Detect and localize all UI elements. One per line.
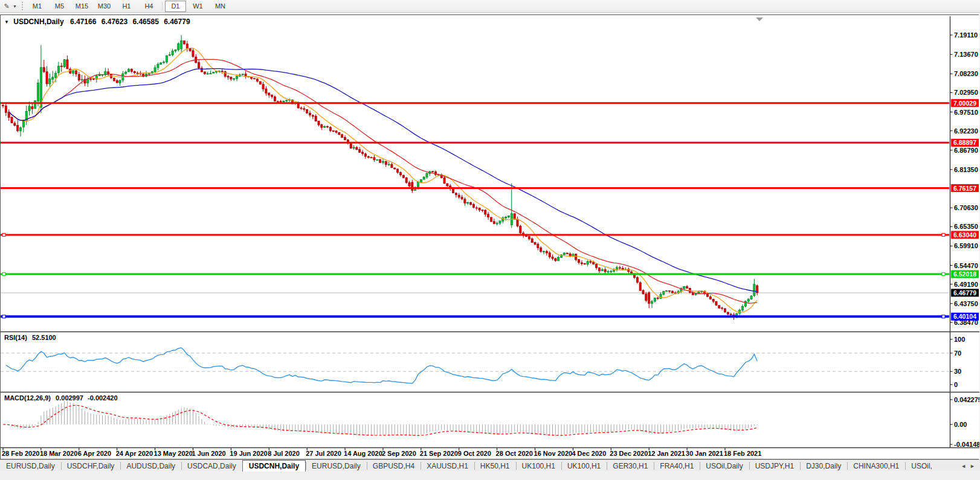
chart-tab-eurusd-daily[interactable]: EURUSD,Daily [306, 460, 367, 472]
rsi-name: RSI(14) [4, 334, 27, 341]
toolbar-grip[interactable] [22, 2, 23, 10]
chart-tab-eurusd-daily[interactable]: EURUSD,Daily [0, 460, 61, 472]
drawing-tool-icon[interactable]: ✎ [1, 1, 12, 11]
svg-text:6.76157: 6.76157 [953, 185, 976, 192]
chart-tab-usoil-daily[interactable]: USOil,Daily [700, 460, 749, 472]
chart-tab-fra40-h1[interactable]: FRA40,H1 [654, 460, 700, 472]
macd-label: MACD(12,26,9) 0.002997 -0.002420 [4, 394, 118, 402]
date-label: 27 Jul 2020 [306, 450, 341, 457]
chart-tab-uk100-h1[interactable]: UK100,H1 [516, 460, 561, 472]
svg-text:6.81350: 6.81350 [954, 166, 978, 173]
date-label: 19 Jun 2020 [230, 450, 267, 457]
macd-value-signal: -0.002420 [88, 394, 118, 402]
chart-tab-xauusd-h1[interactable]: XAUUSD,H1 [421, 460, 474, 472]
svg-text:6.88897: 6.88897 [953, 139, 976, 146]
timeframe-button-m5[interactable]: M5 [49, 1, 70, 12]
svg-text:6.59910: 6.59910 [954, 242, 978, 249]
date-label: 2 Sep 2020 [382, 450, 416, 457]
chart-window[interactable]: 7.191107.136707.082307.029506.975106.922… [0, 14, 979, 459]
timeframe-button-group: M1M5M15M30H1H4D1W1MN [26, 1, 231, 12]
chart-tab-bar: EURUSD,DailyUSDCHF,DailyAUDUSD,DailyUSDC… [0, 459, 980, 472]
macd-name: MACD(12,26,9) [4, 394, 51, 402]
date-label: 4 Dec 2020 [572, 450, 606, 457]
date-label: 23 Dec 2020 [610, 450, 648, 457]
svg-text:6.92230: 6.92230 [954, 127, 978, 135]
chart-tab-usdjpy-h1[interactable]: USDJPY,H1 [749, 460, 800, 472]
status-bar [0, 471, 980, 480]
date-label: 9 Oct 2020 [458, 450, 491, 457]
svg-text:-0.04148: -0.04148 [954, 441, 979, 448]
chart-tab-ger30-h1[interactable]: GER30,H1 [607, 460, 654, 472]
timeframe-button-h4[interactable]: H4 [138, 1, 160, 12]
timeframe-button-w1[interactable]: W1 [187, 1, 208, 12]
svg-text:7.00029: 7.00029 [953, 100, 976, 107]
symbol-dropdown-icon[interactable]: ▼ [4, 19, 9, 25]
macd-value-main: 0.002997 [56, 394, 83, 402]
rsi-label: RSI(14) 52.5100 [4, 334, 56, 341]
chart-title: ▼ USDCNH,Daily 6.47166 6.47623 6.46585 6… [4, 18, 190, 26]
svg-text:6.63040: 6.63040 [953, 231, 976, 238]
tab-scroll-right-icon[interactable]: ► [970, 463, 975, 469]
chart-tab-hk50-h1[interactable]: HK50,H1 [474, 460, 516, 472]
ohlc-open: 6.47166 [70, 18, 96, 26]
timeframe-button-m15[interactable]: M15 [71, 1, 92, 12]
timeframe-button-m1[interactable]: M1 [27, 1, 48, 12]
svg-text:6.49190: 6.49190 [954, 281, 978, 288]
tab-scroll-controls: ◄ ► [956, 460, 980, 472]
date-label: 21 Sep 2020 [420, 450, 458, 457]
svg-text:6.52018: 6.52018 [953, 270, 976, 278]
timeframe-button-m30[interactable]: M30 [94, 1, 115, 12]
timeframe-button-h1[interactable]: H1 [116, 1, 137, 12]
chart-tab-gbpusd-h4[interactable]: GBPUSD,H4 [367, 460, 421, 472]
date-label: 18 Mar 2020 [40, 450, 77, 457]
svg-text:30: 30 [954, 368, 961, 375]
svg-text:7.08230: 7.08230 [954, 70, 978, 77]
date-label: 18 Feb 2021 [724, 450, 761, 457]
svg-text:6.43750: 6.43750 [954, 300, 978, 307]
toolbar-separator [162, 2, 163, 10]
timeframe-button-mn[interactable]: MN [210, 1, 231, 12]
date-label: 1 Jun 2020 [192, 450, 225, 457]
svg-text:100: 100 [954, 336, 965, 343]
rsi-value: 52.5100 [32, 334, 56, 341]
chart-tab-usdcad-daily[interactable]: USDCAD,Daily [181, 460, 242, 472]
chart-tab-dj30-daily[interactable]: DJ30,Daily [800, 460, 847, 472]
chart-tab-usdchf-daily[interactable]: USDCHF,Daily [61, 460, 121, 472]
svg-text:6.70630: 6.70630 [954, 204, 978, 211]
chart-tab-audusd-daily[interactable]: AUDUSD,Daily [120, 460, 181, 472]
svg-text:6.97510: 6.97510 [954, 109, 978, 116]
date-label: 24 Apr 2020 [116, 450, 153, 457]
ohlc-low: 6.46585 [132, 18, 158, 26]
tool-dropdown-arrow-icon[interactable]: ▼ [13, 4, 17, 8]
svg-text:7.13670: 7.13670 [954, 51, 978, 58]
chart-canvas[interactable]: 7.191107.136707.082307.029506.975106.922… [1, 15, 979, 459]
svg-text:6.65350: 6.65350 [954, 223, 978, 230]
date-label: 28 Oct 2020 [496, 450, 533, 457]
chart-tab-uk100-h1[interactable]: UK100,H1 [561, 460, 607, 472]
svg-text:6.46779: 6.46779 [953, 289, 976, 296]
date-label: 8 Jul 2020 [268, 450, 300, 457]
timeframe-button-d1[interactable]: D1 [165, 1, 186, 12]
svg-text:7.19110: 7.19110 [954, 31, 978, 39]
chart-tab-usoil[interactable]: USOil, [905, 460, 938, 472]
svg-text:70: 70 [954, 350, 961, 357]
date-label: 30 Jan 2021 [686, 450, 723, 457]
chart-symbol-period: USDCNH,Daily [13, 18, 63, 26]
svg-text:6.54470: 6.54470 [954, 262, 978, 269]
date-label: 12 Jan 2021 [648, 450, 685, 457]
svg-text:6.86790: 6.86790 [954, 147, 978, 154]
ohlc-high: 6.47623 [102, 18, 127, 26]
chart-tab-china300-h1[interactable]: CHINA300,H1 [847, 460, 905, 472]
top-toolbar: ✎ ▼ M1M5M15M30H1H4D1W1MN [0, 0, 980, 13]
tabs-container: EURUSD,DailyUSDCHF,DailyAUDUSD,DailyUSDC… [0, 460, 938, 472]
ohlc-close: 6.46779 [164, 18, 190, 26]
svg-text:0: 0 [954, 381, 958, 388]
svg-text:6.40104: 6.40104 [953, 313, 976, 320]
date-label: 16 Nov 2020 [534, 450, 573, 457]
date-label: 14 Aug 2020 [344, 450, 382, 457]
chart-tab-usdcnh-daily[interactable]: USDCNH,Daily [242, 460, 306, 472]
svg-text:0.042275: 0.042275 [954, 396, 979, 403]
date-label: 13 May 2020 [154, 450, 193, 457]
date-label: 6 Apr 2020 [78, 450, 111, 457]
tab-scroll-left-icon[interactable]: ◄ [961, 463, 966, 469]
